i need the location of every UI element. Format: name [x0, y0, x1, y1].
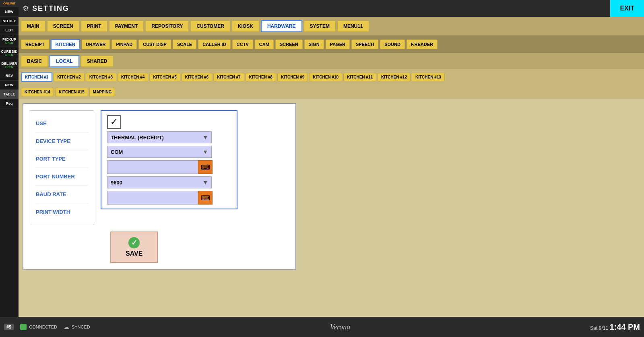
- main-nav: MAINSCREENPRINTPAYMENTREPOSITORYCUSTOMER…: [19, 17, 644, 35]
- time-label: 1:44 PM: [609, 323, 640, 331]
- port-number-input[interactable]: [107, 160, 198, 174]
- kitchen-tab-kitchen-9[interactable]: KITCHEN #9: [277, 73, 308, 81]
- nav2-tab-pinpad[interactable]: PINPAD: [111, 39, 137, 49]
- nav2-tab-cctv[interactable]: CCTV: [232, 39, 253, 49]
- connected-icon: [20, 324, 27, 330]
- hardware-nav: RECEIPTKITCHENDRAWERPINPADCUST DISPSCALE…: [19, 35, 644, 53]
- port-number-input-group: ⌨: [107, 160, 213, 174]
- gear-icon: ⚙: [23, 4, 29, 13]
- baud-rate-label: BAUD RATE: [36, 186, 88, 203]
- baud-rate-row: 9600 ▼: [107, 176, 231, 188]
- sidebar-item-deliver[interactable]: DELIVER OPEN: [0, 59, 19, 71]
- nav1-tab-print[interactable]: PRINT: [81, 21, 107, 32]
- nav2-tab-caller-id[interactable]: CALLER ID: [198, 39, 231, 49]
- synced-status: ☁ SYNCED: [64, 324, 90, 330]
- port-type-row: COM ▼: [107, 146, 231, 158]
- kitchen-tab-kitchen-4[interactable]: KITCHEN #4: [118, 73, 148, 81]
- exit-button[interactable]: EXIT: [610, 0, 644, 17]
- kitchen-tab-kitchen-2[interactable]: KITCHEN #2: [54, 73, 84, 81]
- sidebar-item-list[interactable]: LIST: [0, 26, 19, 35]
- nav2-tab-sign[interactable]: SIGN: [304, 39, 324, 49]
- bottom-num: #5: [4, 324, 14, 330]
- nav3-tab-local[interactable]: LOCAL: [50, 55, 79, 67]
- kitchen-tab-kitchen-15[interactable]: KITCHEN #15: [55, 88, 88, 96]
- connected-status: CONNECTED: [20, 324, 57, 330]
- sidebar-item-new1[interactable]: NEW: [0, 7, 19, 17]
- nav1-tab-menu11[interactable]: MENU11: [337, 21, 369, 32]
- kitchen-tab-kitchen-11[interactable]: KITCHEN #11: [343, 73, 376, 81]
- datetime: Sat 9/11 1:44 PM: [590, 323, 640, 332]
- settings-panel: USE DEVICE TYPE PORT TYPE PORT NUMBER BA…: [23, 103, 296, 270]
- nav1-tab-kiosk[interactable]: KIOSK: [232, 21, 259, 32]
- sidebar-item-req[interactable]: Req: [0, 99, 19, 108]
- port-number-keyboard-button[interactable]: ⌨: [198, 160, 213, 174]
- sidebar: ONLINE NEW NOTIFY LIST PICKUP OPEN CURBS…: [0, 0, 19, 337]
- kitchen-tab-kitchen-1[interactable]: KITCHEN #1: [21, 72, 52, 82]
- sidebar-item-table[interactable]: TABLE: [0, 90, 19, 99]
- kitchen-tab-kitchen-5[interactable]: KITCHEN #5: [149, 73, 180, 81]
- bottombar: #5 CONNECTED ☁ SYNCED Verona Sat 9/11 1:…: [0, 317, 644, 337]
- nav2-tab-sound[interactable]: SOUND: [380, 39, 405, 49]
- save-button[interactable]: ✓ SAVE: [110, 232, 158, 263]
- kitchen-tab-kitchen-6[interactable]: KITCHEN #6: [182, 73, 212, 81]
- topbar: ⚙ SETTING EXIT: [19, 0, 644, 17]
- save-checkmark-icon: ✓: [128, 237, 140, 248]
- device-type-label: DEVICE TYPE: [36, 132, 88, 150]
- kitchen-tab-kitchen-12[interactable]: KITCHEN #12: [378, 73, 411, 81]
- kitchen-tab-kitchen-3[interactable]: KITCHEN #3: [86, 73, 116, 81]
- device-type-select[interactable]: THERMAL (RECEIPT) ▼: [107, 131, 212, 143]
- nav1-tab-screen[interactable]: SCREEN: [47, 21, 79, 32]
- port-type-label: PORT TYPE: [36, 150, 88, 168]
- kitchen-tab-kitchen-14[interactable]: KITCHEN #14: [21, 88, 54, 96]
- nav1-tab-hardware[interactable]: HARDWARE: [261, 20, 302, 32]
- nav2-tab-kitchen[interactable]: KITCHEN: [51, 39, 80, 50]
- nav2-tab-cust-disp[interactable]: CUST DISP: [138, 39, 171, 49]
- use-label: USE: [36, 115, 88, 132]
- sidebar-item-pickup[interactable]: PICKUP OPEN: [0, 35, 19, 47]
- kitchen-tab-kitchen-7[interactable]: KITCHEN #7: [213, 73, 244, 81]
- kitchen-tab-kitchen-8[interactable]: KITCHEN #8: [246, 73, 276, 81]
- kitchen-tab-mapping[interactable]: MAPPING: [89, 88, 116, 96]
- baud-rate-select[interactable]: 9600 ▼: [107, 176, 212, 188]
- chevron-down-icon: ▼: [202, 134, 208, 141]
- sidebar-item-new2[interactable]: NEW: [0, 81, 19, 90]
- nav2-tab-f.reader[interactable]: F.READER: [407, 39, 438, 49]
- nav1-tab-repository[interactable]: REPOSITORY: [145, 21, 189, 32]
- kitchen-tabs-row1: KITCHEN #1KITCHEN #2KITCHEN #3KITCHEN #4…: [19, 69, 644, 85]
- kitchen-tab-kitchen-13[interactable]: KITCHEN #13: [412, 73, 445, 81]
- nav2-tab-pager[interactable]: PAGER: [326, 39, 350, 49]
- cloud-icon: ☁: [64, 324, 69, 330]
- controls-column: ✓ THERMAL (RECEIPT) ▼ COM ▼: [101, 110, 237, 209]
- nav1-tab-system[interactable]: SYSTEM: [304, 21, 336, 32]
- nav2-tab-screen[interactable]: SCREEN: [275, 39, 303, 49]
- nav1-tab-main[interactable]: MAIN: [21, 21, 45, 32]
- main-content: USE DEVICE TYPE PORT TYPE PORT NUMBER BA…: [19, 99, 644, 317]
- nav2-tab-scale[interactable]: SCALE: [173, 39, 196, 49]
- nav2-tab-drawer[interactable]: DRAWER: [82, 39, 110, 49]
- kitchen-tabs-row2: KITCHEN #14KITCHEN #15MAPPING: [19, 85, 644, 99]
- port-type-select[interactable]: COM ▼: [107, 146, 212, 158]
- nav2-tab-cam[interactable]: CAM: [255, 39, 274, 49]
- print-width-label: PRINT WIDTH: [36, 203, 88, 221]
- use-checkbox[interactable]: ✓: [107, 115, 121, 129]
- port-number-label: PORT NUMBER: [36, 168, 88, 186]
- sidebar-item-online: ONLINE: [0, 0, 19, 7]
- sidebar-item-curbside[interactable]: CURBSID OPEN: [0, 47, 19, 59]
- sidebar-item-rsv[interactable]: RSV: [0, 71, 19, 81]
- print-width-input[interactable]: [107, 191, 198, 205]
- nav1-tab-payment[interactable]: PAYMENT: [109, 21, 144, 32]
- sidebar-item-notify[interactable]: NOTIFY: [0, 17, 19, 26]
- device-type-row: THERMAL (RECEIPT) ▼: [107, 131, 231, 143]
- labels-column: USE DEVICE TYPE PORT TYPE PORT NUMBER BA…: [30, 110, 94, 225]
- port-number-row: ⌨: [107, 160, 231, 174]
- chevron-down-icon3: ▼: [202, 179, 208, 186]
- nav3-tab-basic[interactable]: BASIC: [21, 56, 48, 67]
- print-width-keyboard-button[interactable]: ⌨: [198, 191, 213, 205]
- nav2-tab-receipt[interactable]: RECEIPT: [21, 39, 49, 49]
- nav3-tab-shared[interactable]: SHARED: [81, 56, 114, 67]
- save-area: ✓ SAVE: [110, 232, 289, 263]
- kitchen-tab-kitchen-10[interactable]: KITCHEN #10: [309, 73, 342, 81]
- nav2-tab-speech[interactable]: SPEECH: [351, 39, 378, 49]
- nav1-tab-customer[interactable]: CUSTOMER: [190, 21, 230, 32]
- restaurant-name: Verona: [97, 323, 584, 331]
